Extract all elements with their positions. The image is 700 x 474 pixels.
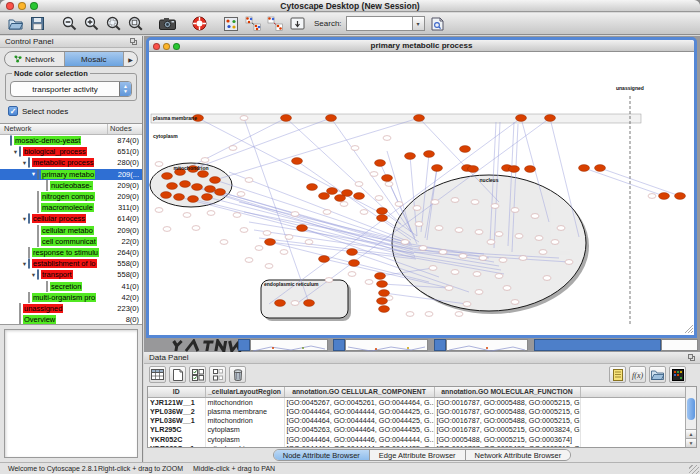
network-node-selected[interactable]	[525, 166, 536, 173]
tab-edge-attribute-browser[interactable]: Edge Attribute Browser	[370, 450, 466, 460]
network-tree-row[interactable]: multi-organism pro42(0)	[0, 292, 142, 303]
network-node-selected[interactable]	[319, 193, 330, 200]
network-node-unselected[interactable]	[291, 212, 299, 217]
network-close-button[interactable]	[153, 43, 160, 50]
network-node-unselected[interactable]	[207, 211, 215, 216]
search-input[interactable]	[346, 16, 412, 31]
network-node-selected[interactable]	[379, 306, 390, 313]
network-node-selected[interactable]	[307, 184, 318, 191]
network-node-selected[interactable]	[167, 183, 178, 190]
zoom-in-icon[interactable]	[82, 15, 100, 33]
network-node-unselected[interactable]	[539, 250, 547, 255]
table-cell[interactable]: mitochondrion	[205, 397, 284, 407]
network-tree-row[interactable]: unassigned223(0)	[0, 303, 142, 314]
background-window-edge[interactable]	[250, 339, 328, 351]
canvas-resize-grip[interactable]	[685, 325, 693, 333]
network-tree-row[interactable]: nucleobase-209(0)	[0, 180, 142, 191]
close-window-button[interactable]	[6, 2, 14, 10]
network-from-selection-icon[interactable]	[244, 15, 262, 33]
network-node-selected[interactable]	[595, 165, 606, 172]
network-node-unselected[interactable]	[360, 210, 368, 215]
network-node-selected[interactable]	[379, 290, 390, 297]
network-node-selected[interactable]	[375, 273, 386, 280]
network-node-unselected[interactable]	[487, 240, 495, 245]
network-node-unselected[interactable]	[240, 116, 248, 121]
network-node-selected[interactable]	[675, 193, 686, 200]
network-node-selected[interactable]	[304, 300, 315, 307]
table-vertical-scrollbar[interactable]: ▲ ▼	[685, 387, 696, 447]
delete-attribute-icon[interactable]	[229, 366, 246, 383]
network-node-selected[interactable]	[292, 158, 303, 165]
table-cell[interactable]: YKR052C	[148, 435, 205, 444]
background-window-titlebar[interactable]	[333, 339, 345, 351]
network-node-selected[interactable]	[281, 115, 292, 122]
network-node-unselected[interactable]	[375, 196, 383, 201]
network-node-unselected[interactable]	[413, 206, 421, 211]
background-window-edge[interactable]	[446, 339, 528, 351]
network-node-unselected[interactable]	[370, 172, 378, 177]
tree-expand-icon[interactable]: ▼	[12, 149, 19, 155]
table-row[interactable]: YKR052Ccytoplasm[GO:0044464, GO:0044446,…	[148, 435, 686, 444]
table-cell[interactable]: [GO:0045267, GO:0045261, GO:0044464, G..…	[284, 397, 434, 407]
network-node-unselected[interactable]	[201, 158, 209, 163]
network-node-unselected[interactable]	[445, 286, 453, 291]
network-tree-row[interactable]: ▼metabolic process280(0)	[0, 157, 142, 168]
network-node-unselected[interactable]	[557, 226, 565, 231]
network-window-titlebar[interactable]: primary metabolic process	[149, 40, 694, 52]
table-cell[interactable]: mitochondrion	[205, 416, 284, 425]
network-node-unselected[interactable]	[325, 278, 333, 283]
network-node-unselected[interactable]	[543, 276, 551, 281]
network-node-selected[interactable]	[210, 177, 221, 184]
network-node-unselected[interactable]	[183, 213, 191, 218]
save-icon[interactable]	[28, 15, 46, 33]
network-node-selected[interactable]	[375, 160, 386, 167]
network-node-unselected[interactable]	[291, 301, 299, 306]
network-node-unselected[interactable]	[431, 200, 439, 205]
network-node-unselected[interactable]	[163, 227, 171, 232]
vizmapper-icon[interactable]	[222, 15, 240, 33]
network-node-unselected[interactable]	[495, 274, 503, 279]
select-nodes-checkbox[interactable]: ✓	[8, 106, 18, 116]
network-graph[interactable]: plasma membranecytoplasmmitochondrionend…	[149, 52, 694, 335]
table-row[interactable]: YJR121W__1mitochondrion[GO:0045267, GO:0…	[148, 397, 686, 407]
network-tree-row[interactable]: response to stimulu264(0)	[0, 247, 142, 258]
search-index-icon[interactable]	[429, 15, 447, 33]
network-node-unselected[interactable]	[531, 214, 539, 219]
table-cell[interactable]: [GO:0016787, GO:0005215, GO:0003824, G..…	[434, 425, 580, 434]
table-cell[interactable]: YPL036W__1	[148, 416, 205, 425]
table-column-header[interactable]: annotation.GO MOLECULAR_FUNCTION	[434, 387, 580, 397]
table-column-header[interactable]: ID	[148, 387, 205, 397]
network-node-unselected[interactable]	[192, 226, 200, 231]
table-cell[interactable]: [GO:0016787, GO:0005488, GO:0005215, G..…	[434, 397, 580, 407]
network-node-unselected[interactable]	[245, 178, 253, 183]
background-window-titlebar[interactable]	[434, 339, 446, 351]
resize-grip[interactable]	[689, 465, 699, 474]
network-node-unselected[interactable]	[495, 232, 503, 237]
network-node-selected[interactable]	[188, 196, 199, 203]
network-node-unselected[interactable]	[451, 270, 459, 275]
network-node-unselected[interactable]	[323, 210, 331, 215]
table-row[interactable]: YDR039C__1mitochondrion[GO:0044464, GO:0…	[148, 444, 686, 448]
network-node-unselected[interactable]	[535, 236, 543, 241]
network-from-selection-edges-icon[interactable]	[266, 15, 284, 33]
network-node-unselected[interactable]	[237, 192, 245, 197]
table-cell[interactable]: [GO:0044464, GO:0044444, GO:0044425, G..…	[284, 444, 434, 448]
network-node-selected[interactable]	[509, 166, 520, 173]
search-dropdown-arrow-icon[interactable]: ▾	[412, 16, 425, 31]
network-node-unselected[interactable]	[439, 250, 447, 255]
network-node-selected[interactable]	[161, 192, 172, 199]
network-node-unselected[interactable]	[451, 198, 459, 203]
table-row[interactable]: YPL036W__2plasma membrane[GO:0044464, GO…	[148, 407, 686, 416]
network-node-unselected[interactable]	[406, 312, 414, 317]
open-folder-icon[interactable]	[6, 15, 24, 33]
network-node-unselected[interactable]	[220, 240, 228, 245]
tab-network-attribute-browser[interactable]: Network Attribute Browser	[466, 450, 571, 460]
background-window-titlebar[interactable]	[238, 339, 250, 351]
table-column-header[interactable]: _cellularLayoutRegion	[205, 387, 284, 397]
attribute-table[interactable]: ID_cellularLayoutRegionannotation.GO CEL…	[148, 387, 687, 448]
network-node-unselected[interactable]	[229, 146, 237, 151]
scroll-up-icon[interactable]: ▲	[686, 429, 696, 438]
tab-node-attribute-browser[interactable]: Node Attribute Browser	[274, 450, 370, 460]
table-column-header[interactable]: annotation.GO CELLULAR_COMPONENT	[284, 387, 434, 397]
network-node-selected[interactable]	[349, 260, 360, 267]
